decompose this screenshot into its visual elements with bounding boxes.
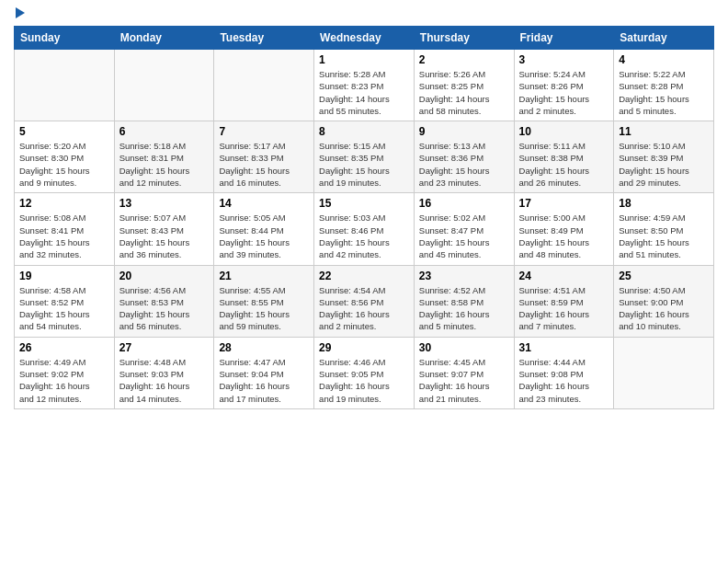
col-header-sunday: Sunday xyxy=(15,27,115,50)
day-number: 20 xyxy=(119,270,210,282)
day-info: Sunrise: 5:13 AMSunset: 8:36 PMDaylight:… xyxy=(419,140,509,189)
calendar-cell: 20Sunrise: 4:56 AMSunset: 8:53 PMDayligh… xyxy=(114,265,214,337)
day-number: 3 xyxy=(519,53,609,66)
calendar-cell: 1Sunrise: 5:28 AMSunset: 8:23 PMDaylight… xyxy=(314,50,415,121)
day-number: 15 xyxy=(319,197,409,210)
calendar-cell: 22Sunrise: 4:54 AMSunset: 8:56 PMDayligh… xyxy=(314,265,415,337)
calendar-cell: 29Sunrise: 4:46 AMSunset: 9:05 PMDayligh… xyxy=(314,337,415,408)
logo xyxy=(14,9,25,18)
day-number: 18 xyxy=(619,197,709,210)
calendar-table: SundayMondayTuesdayWednesdayThursdayFrid… xyxy=(14,26,714,409)
day-number: 2 xyxy=(419,53,509,66)
day-info: Sunrise: 4:55 AMSunset: 8:55 PMDaylight:… xyxy=(219,284,309,333)
day-info: Sunrise: 5:08 AMSunset: 8:41 PMDaylight:… xyxy=(19,212,109,260)
day-info: Sunrise: 4:54 AMSunset: 8:56 PMDaylight:… xyxy=(319,284,409,333)
day-info: Sunrise: 5:03 AMSunset: 8:46 PMDaylight:… xyxy=(319,212,409,260)
day-number: 6 xyxy=(119,125,210,138)
calendar-cell: 9Sunrise: 5:13 AMSunset: 8:36 PMDaylight… xyxy=(414,121,514,193)
col-header-thursday: Thursday xyxy=(414,27,514,50)
calendar-cell: 17Sunrise: 5:00 AMSunset: 8:49 PMDayligh… xyxy=(514,193,614,265)
day-number: 23 xyxy=(419,270,509,282)
day-number: 17 xyxy=(519,197,609,210)
calendar-cell: 13Sunrise: 5:07 AMSunset: 8:43 PMDayligh… xyxy=(114,193,214,265)
calendar-cell xyxy=(214,50,314,121)
page: SundayMondayTuesdayWednesdayThursdayFrid… xyxy=(0,0,728,563)
day-info: Sunrise: 5:26 AMSunset: 8:25 PMDaylight:… xyxy=(419,68,509,117)
day-info: Sunrise: 4:59 AMSunset: 8:50 PMDaylight:… xyxy=(619,212,709,260)
day-info: Sunrise: 5:22 AMSunset: 8:28 PMDaylight:… xyxy=(619,68,709,117)
calendar-cell: 26Sunrise: 4:49 AMSunset: 9:02 PMDayligh… xyxy=(15,337,115,408)
calendar-cell: 10Sunrise: 5:11 AMSunset: 8:38 PMDayligh… xyxy=(514,121,614,193)
day-info: Sunrise: 5:07 AMSunset: 8:43 PMDaylight:… xyxy=(119,212,210,260)
day-number: 26 xyxy=(19,341,109,354)
day-number: 30 xyxy=(419,341,509,354)
header xyxy=(14,9,714,18)
day-number: 1 xyxy=(319,53,409,66)
calendar-cell: 31Sunrise: 4:44 AMSunset: 9:08 PMDayligh… xyxy=(514,337,614,408)
day-number: 11 xyxy=(619,125,709,138)
day-number: 21 xyxy=(219,270,309,282)
day-number: 19 xyxy=(19,270,109,282)
calendar-header-row: SundayMondayTuesdayWednesdayThursdayFrid… xyxy=(15,27,714,50)
day-info: Sunrise: 5:18 AMSunset: 8:31 PMDaylight:… xyxy=(119,140,210,189)
day-info: Sunrise: 4:49 AMSunset: 9:02 PMDaylight:… xyxy=(19,356,109,405)
day-info: Sunrise: 5:24 AMSunset: 8:26 PMDaylight:… xyxy=(519,68,609,117)
col-header-wednesday: Wednesday xyxy=(314,27,415,50)
calendar-cell: 5Sunrise: 5:20 AMSunset: 8:30 PMDaylight… xyxy=(15,121,115,193)
day-info: Sunrise: 4:47 AMSunset: 9:04 PMDaylight:… xyxy=(219,356,309,405)
calendar-cell: 6Sunrise: 5:18 AMSunset: 8:31 PMDaylight… xyxy=(114,121,214,193)
calendar-cell: 16Sunrise: 5:02 AMSunset: 8:47 PMDayligh… xyxy=(414,193,514,265)
day-number: 22 xyxy=(319,270,409,282)
day-number: 9 xyxy=(419,125,509,138)
calendar-cell: 11Sunrise: 5:10 AMSunset: 8:39 PMDayligh… xyxy=(614,121,714,193)
day-info: Sunrise: 5:28 AMSunset: 8:23 PMDaylight:… xyxy=(319,68,409,117)
calendar-week-row: 12Sunrise: 5:08 AMSunset: 8:41 PMDayligh… xyxy=(15,193,714,265)
calendar-week-row: 1Sunrise: 5:28 AMSunset: 8:23 PMDaylight… xyxy=(15,50,714,121)
col-header-tuesday: Tuesday xyxy=(214,27,314,50)
day-number: 5 xyxy=(19,125,109,138)
day-info: Sunrise: 4:48 AMSunset: 9:03 PMDaylight:… xyxy=(119,356,210,405)
calendar-cell: 25Sunrise: 4:50 AMSunset: 9:00 PMDayligh… xyxy=(614,265,714,337)
calendar-week-row: 26Sunrise: 4:49 AMSunset: 9:02 PMDayligh… xyxy=(15,337,714,408)
day-number: 7 xyxy=(219,125,309,138)
day-info: Sunrise: 4:45 AMSunset: 9:07 PMDaylight:… xyxy=(419,356,509,405)
calendar-cell: 3Sunrise: 5:24 AMSunset: 8:26 PMDaylight… xyxy=(514,50,614,121)
day-info: Sunrise: 4:51 AMSunset: 8:59 PMDaylight:… xyxy=(519,284,609,333)
calendar-cell xyxy=(15,50,115,121)
day-info: Sunrise: 5:17 AMSunset: 8:33 PMDaylight:… xyxy=(219,140,309,189)
day-number: 8 xyxy=(319,125,409,138)
day-info: Sunrise: 5:02 AMSunset: 8:47 PMDaylight:… xyxy=(419,212,509,260)
calendar-week-row: 5Sunrise: 5:20 AMSunset: 8:30 PMDaylight… xyxy=(15,121,714,193)
day-number: 14 xyxy=(219,197,309,210)
day-number: 13 xyxy=(119,197,210,210)
calendar-cell: 28Sunrise: 4:47 AMSunset: 9:04 PMDayligh… xyxy=(214,337,314,408)
calendar-cell: 19Sunrise: 4:58 AMSunset: 8:52 PMDayligh… xyxy=(15,265,115,337)
calendar-cell: 23Sunrise: 4:52 AMSunset: 8:58 PMDayligh… xyxy=(414,265,514,337)
calendar-cell xyxy=(614,337,714,408)
col-header-monday: Monday xyxy=(114,27,214,50)
day-info: Sunrise: 4:46 AMSunset: 9:05 PMDaylight:… xyxy=(319,356,409,405)
calendar-cell: 4Sunrise: 5:22 AMSunset: 8:28 PMDaylight… xyxy=(614,50,714,121)
calendar-cell: 14Sunrise: 5:05 AMSunset: 8:44 PMDayligh… xyxy=(214,193,314,265)
calendar-cell: 21Sunrise: 4:55 AMSunset: 8:55 PMDayligh… xyxy=(214,265,314,337)
calendar-cell: 7Sunrise: 5:17 AMSunset: 8:33 PMDaylight… xyxy=(214,121,314,193)
day-info: Sunrise: 5:10 AMSunset: 8:39 PMDaylight:… xyxy=(619,140,709,189)
day-info: Sunrise: 4:58 AMSunset: 8:52 PMDaylight:… xyxy=(19,284,109,333)
calendar-cell xyxy=(114,50,214,121)
calendar-cell: 27Sunrise: 4:48 AMSunset: 9:03 PMDayligh… xyxy=(114,337,214,408)
day-number: 28 xyxy=(219,341,309,354)
calendar-cell: 30Sunrise: 4:45 AMSunset: 9:07 PMDayligh… xyxy=(414,337,514,408)
calendar-cell: 24Sunrise: 4:51 AMSunset: 8:59 PMDayligh… xyxy=(514,265,614,337)
calendar-week-row: 19Sunrise: 4:58 AMSunset: 8:52 PMDayligh… xyxy=(15,265,714,337)
calendar-cell: 2Sunrise: 5:26 AMSunset: 8:25 PMDaylight… xyxy=(414,50,514,121)
day-info: Sunrise: 5:00 AMSunset: 8:49 PMDaylight:… xyxy=(519,212,609,260)
calendar-cell: 12Sunrise: 5:08 AMSunset: 8:41 PMDayligh… xyxy=(15,193,115,265)
day-info: Sunrise: 5:11 AMSunset: 8:38 PMDaylight:… xyxy=(519,140,609,189)
day-number: 27 xyxy=(119,341,210,354)
day-number: 29 xyxy=(319,341,409,354)
calendar-cell: 18Sunrise: 4:59 AMSunset: 8:50 PMDayligh… xyxy=(614,193,714,265)
day-number: 16 xyxy=(419,197,509,210)
day-number: 10 xyxy=(519,125,609,138)
col-header-friday: Friday xyxy=(514,27,614,50)
day-number: 25 xyxy=(619,270,709,282)
